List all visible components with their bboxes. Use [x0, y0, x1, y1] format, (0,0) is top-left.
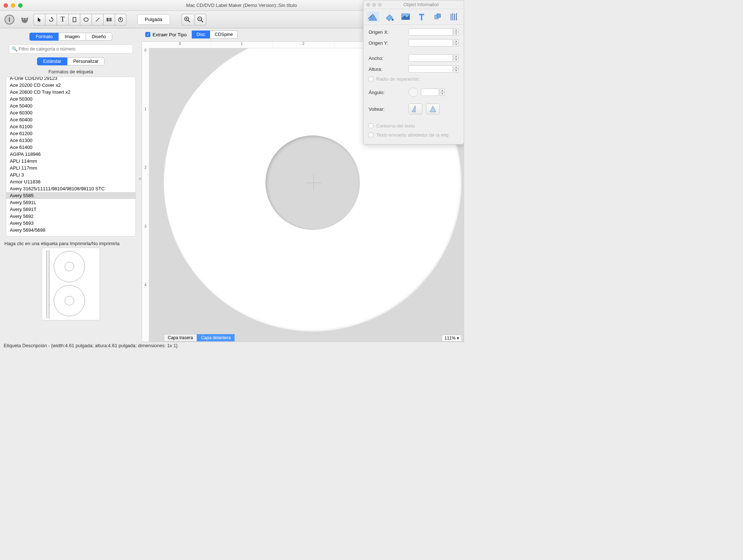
panel-tab-shadow-icon[interactable]: [448, 11, 460, 22]
close-window-button[interactable]: [4, 3, 8, 8]
list-item[interactable]: Ace 61200: [6, 130, 135, 137]
wrap-checkbox[interactable]: [369, 133, 373, 137]
panel-tab-text-icon[interactable]: [415, 11, 428, 22]
list-item[interactable]: Ace 60300: [6, 109, 135, 116]
object-info-panel: Object Information Origen X:▲▼ Origen Y:…: [363, 0, 464, 145]
height-input[interactable]: [409, 65, 453, 73]
formats-list[interactable]: A-One CD/DVD 29123Ace 20200 CD Cover x2A…: [6, 77, 136, 236]
canvas-options: ✓ Extraer Por Tipo Disc CDSpine: [145, 31, 237, 38]
repair-radius-checkbox[interactable]: [369, 77, 373, 81]
pointer-tool-icon[interactable]: [33, 14, 45, 25]
seg-disc[interactable]: Disc: [192, 31, 210, 38]
panel-tab-geometry-icon[interactable]: [367, 11, 379, 22]
line-tool-icon[interactable]: [92, 14, 103, 25]
height-stepper[interactable]: ▲▼: [454, 65, 459, 73]
origin-y-stepper[interactable]: ▲▼: [454, 39, 459, 46]
unit-button[interactable]: Pulgada: [137, 14, 170, 25]
info-icon[interactable]: i: [3, 13, 16, 26]
tab-imagen[interactable]: Imagen: [58, 33, 86, 41]
tool-group: T: [33, 14, 126, 25]
origin-y-label: Origen Y:: [369, 40, 409, 46]
list-item[interactable]: Armor U11836: [6, 178, 135, 185]
flip-label: Voltear:: [369, 106, 409, 112]
panel-zoom-button[interactable]: [378, 3, 382, 7]
svg-line-21: [201, 20, 203, 22]
svg-text:i: i: [9, 16, 11, 23]
list-item[interactable]: Ace 50400: [6, 102, 135, 109]
disc-spine-seg: Disc CDSpine: [192, 31, 237, 38]
sidebar-sub-tabs: Estándar Personalizar: [2, 57, 139, 65]
zoom-readout[interactable]: 111% ▾: [442, 335, 462, 341]
width-input[interactable]: [409, 54, 453, 62]
list-item[interactable]: Ace 61300: [6, 137, 135, 144]
list-item[interactable]: Ace 20200 CD Cover x2: [6, 82, 135, 89]
list-item[interactable]: A-One CD/DVD 29123: [6, 77, 135, 82]
wrap-label: Texto envuelto alrededor de la etiq: [376, 132, 448, 138]
panel-tab-icons: [364, 9, 464, 25]
ruler-tick: 3: [142, 224, 149, 283]
origin-x-input[interactable]: [409, 28, 453, 36]
extract-checkbox[interactable]: ✓: [145, 32, 150, 37]
list-item[interactable]: Avery 5691L: [6, 199, 135, 206]
extract-label: Extraer Por Tipo: [153, 32, 187, 37]
list-item[interactable]: Ace 60400: [6, 116, 135, 123]
barcode-tool-icon[interactable]: [103, 14, 115, 25]
panel-tab-image-icon[interactable]: [399, 11, 412, 22]
angle-stepper[interactable]: ▲▼: [440, 89, 445, 96]
list-item[interactable]: Ace 61400: [6, 144, 135, 151]
zoom-in-icon[interactable]: [182, 14, 193, 25]
angle-input[interactable]: [421, 89, 439, 96]
list-item[interactable]: AGIPA 118946: [6, 151, 135, 158]
text-tool-icon[interactable]: T: [57, 14, 68, 25]
list-item[interactable]: APLI 117mm: [6, 165, 135, 171]
list-item[interactable]: Avery 5691T: [6, 206, 135, 213]
tab-diseno[interactable]: Diseño: [86, 33, 112, 41]
flip-vertical-button[interactable]: [426, 104, 440, 114]
list-item[interactable]: APLI 114mm: [6, 158, 135, 165]
center-cross-v: [313, 175, 314, 191]
svg-point-15: [120, 19, 121, 20]
zoom-window-button[interactable]: [18, 3, 23, 8]
flip-horizontal-button[interactable]: [409, 104, 422, 114]
origin-x-stepper[interactable]: ▲▼: [454, 28, 459, 36]
layer-back[interactable]: Capa trasera: [164, 334, 197, 341]
origin-y-input[interactable]: [409, 39, 453, 46]
panel-tab-fill-icon[interactable]: [383, 11, 395, 22]
sidebar-resize-handle[interactable]: [139, 177, 142, 180]
ruler-vertical: 01234: [142, 48, 149, 342]
mask-icon[interactable]: [18, 13, 31, 26]
list-item[interactable]: Avery 5585: [6, 192, 135, 199]
list-item[interactable]: Avery 5692: [6, 213, 135, 220]
panel-titlebar: Object Information: [364, 0, 464, 9]
status-bar: Etiqueta Descripción - {width:4.61 pulga…: [0, 342, 464, 350]
minimize-window-button[interactable]: [11, 3, 15, 8]
list-item[interactable]: Avery 5694/5698: [6, 227, 135, 234]
list-item[interactable]: APLI 3: [6, 171, 135, 178]
tab-estandar[interactable]: Estándar: [37, 57, 67, 65]
label-preview[interactable]: [42, 248, 100, 320]
list-item[interactable]: Ace 50300: [6, 96, 135, 102]
width-stepper[interactable]: ▲▼: [454, 54, 459, 62]
tab-formato[interactable]: Formato: [29, 33, 58, 41]
list-item[interactable]: Ace 20600 CD Tray Insert x2: [6, 89, 135, 96]
ruler-tick: 1: [211, 42, 273, 48]
list-item[interactable]: Avery 31625/11111/98104/98108/98110 STC: [6, 185, 135, 192]
list-item[interactable]: Avery 5693: [6, 220, 135, 227]
ellipse-tool-icon[interactable]: [80, 14, 92, 25]
panel-close-button[interactable]: [366, 3, 370, 7]
sidebar: Formato Imagen Diseño 🔍 Estándar Persona…: [0, 28, 142, 342]
circular-text-tool-icon[interactable]: [115, 14, 126, 25]
layer-front[interactable]: Capa delantera: [197, 334, 235, 341]
angle-dial[interactable]: [409, 88, 418, 97]
zoom-out-icon[interactable]: [195, 14, 206, 25]
search-input[interactable]: [9, 44, 133, 54]
panel-tab-arrange-icon[interactable]: [432, 11, 444, 22]
panel-min-button[interactable]: [372, 3, 376, 7]
outline-checkbox[interactable]: [369, 123, 373, 128]
seg-cdspine[interactable]: CDSpine: [210, 31, 237, 38]
tab-personalizar[interactable]: Personalizar: [67, 57, 105, 65]
repair-radius-label: Radio de reparación:: [376, 76, 420, 82]
list-item[interactable]: Ace 61100: [6, 123, 135, 130]
rotate-tool-icon[interactable]: [45, 14, 57, 25]
rectangle-tool-icon[interactable]: [68, 14, 80, 25]
